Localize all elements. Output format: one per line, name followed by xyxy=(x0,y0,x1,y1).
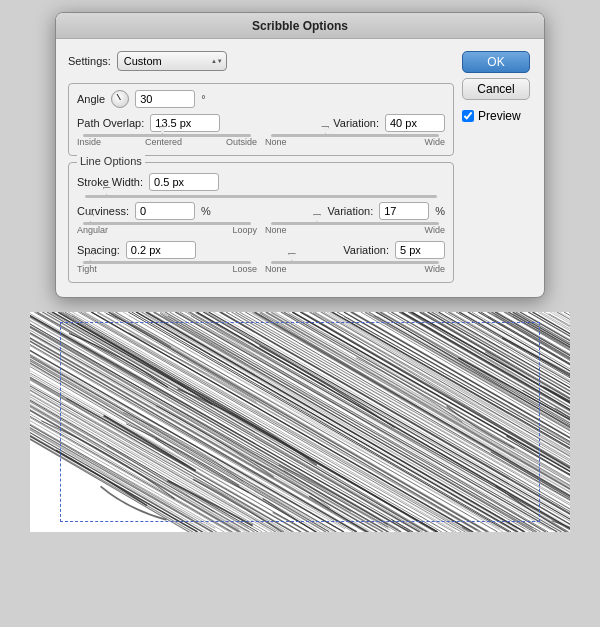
stroke-width-label: Stroke Width: xyxy=(77,176,143,188)
path-overlap-slider-track-row xyxy=(77,134,257,137)
spacing-input[interactable] xyxy=(126,241,196,259)
variation-label: Variation: xyxy=(333,117,379,129)
main-settings-group: Angle ° Path Overlap: Variation: xyxy=(68,83,454,156)
stroke-width-slider-row xyxy=(79,195,443,198)
angle-dial[interactable] xyxy=(111,90,129,108)
curviness-input[interactable] xyxy=(135,202,195,220)
path-overlap-slider-labels: Inside Centered Outside xyxy=(77,137,257,151)
path-overlap-label: Path Overlap: xyxy=(77,117,144,129)
curviness-slider[interactable] xyxy=(83,222,251,225)
line-options-group: Line Options Stroke Width: Curv xyxy=(68,162,454,283)
preview-label[interactable]: Preview xyxy=(478,109,521,123)
curviness-variation-slider-labels: None Wide xyxy=(265,225,445,239)
path-variation-slider-track[interactable] xyxy=(271,134,439,137)
stroke-width-slider[interactable] xyxy=(85,195,437,198)
scribble-svg xyxy=(30,312,570,532)
dialog-right-panel: OK Cancel Preview xyxy=(462,51,532,283)
spacing-slider-row xyxy=(77,261,257,264)
spacing-variation-slider-labels: None Wide xyxy=(265,264,445,278)
dialog-left-panel: Settings: Custom Angle ° Pa xyxy=(68,51,454,283)
settings-row: Settings: Custom xyxy=(68,51,454,71)
spacing-row: Spacing: Variation: xyxy=(77,241,445,259)
angle-row: Angle ° xyxy=(77,90,445,108)
cancel-button[interactable]: Cancel xyxy=(462,78,530,100)
curviness-variation-unit: % xyxy=(435,205,445,217)
settings-select-wrapper: Custom xyxy=(117,51,227,71)
curviness-label: Curviness: xyxy=(77,205,129,217)
scribble-options-dialog: Scribble Options Settings: Custom Angle xyxy=(55,12,545,298)
path-variation-slider-track-row xyxy=(265,134,445,137)
spacing-label: Spacing: xyxy=(77,244,120,256)
settings-label: Settings: xyxy=(68,55,111,67)
curviness-row: Curviness: % Variation: % xyxy=(77,202,445,220)
spacing-variation-slider-row xyxy=(265,261,445,264)
curviness-slider-row xyxy=(77,222,257,225)
line-options-label: Line Options xyxy=(77,155,145,167)
preview-checkbox[interactable] xyxy=(462,110,474,122)
curviness-unit: % xyxy=(201,205,211,217)
spacing-variation-input[interactable] xyxy=(395,241,445,259)
dialog-title-bar: Scribble Options xyxy=(56,13,544,39)
curviness-variation-input[interactable] xyxy=(379,202,429,220)
settings-select[interactable]: Custom xyxy=(117,51,227,71)
angle-label: Angle xyxy=(77,93,105,105)
path-variation-input[interactable] xyxy=(385,114,445,132)
path-variation-slider-labels: None Wide xyxy=(265,137,445,151)
path-overlap-slider-track[interactable] xyxy=(83,134,251,137)
angle-unit: ° xyxy=(201,93,205,105)
spacing-slider-labels: Tight Loose xyxy=(77,264,257,278)
dialog-title: Scribble Options xyxy=(252,19,348,33)
curviness-variation-slider[interactable] xyxy=(271,222,439,225)
curviness-variation-slider-row xyxy=(265,222,445,225)
stroke-width-row: Stroke Width: xyxy=(77,173,445,191)
preview-area xyxy=(30,312,570,532)
stroke-width-input[interactable] xyxy=(149,173,219,191)
curviness-variation-label: Variation: xyxy=(328,205,374,217)
preview-row: Preview xyxy=(462,109,532,123)
ok-button[interactable]: OK xyxy=(462,51,530,73)
spacing-variation-slider[interactable] xyxy=(271,261,439,264)
angle-input[interactable] xyxy=(135,90,195,108)
spacing-variation-label: Variation: xyxy=(343,244,389,256)
curviness-slider-labels: Angular Loopy xyxy=(77,225,257,239)
spacing-slider[interactable] xyxy=(83,261,251,264)
path-overlap-row: Path Overlap: Variation: xyxy=(77,114,445,132)
